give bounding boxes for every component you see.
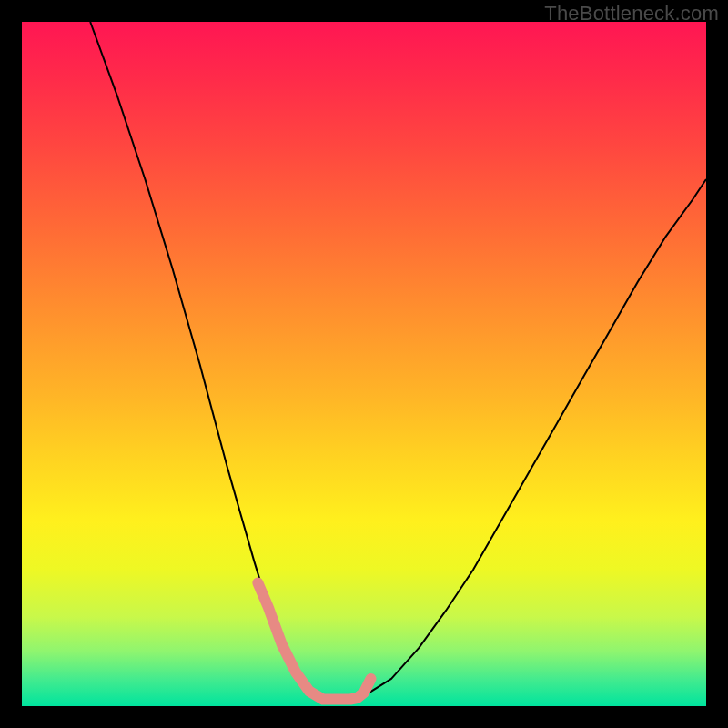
plot-area [22,22,706,706]
chart-frame: TheBottleneck.com [0,0,728,728]
highlight-near-trough [258,583,370,700]
curve-layer [22,22,706,706]
main-curve [90,22,706,700]
